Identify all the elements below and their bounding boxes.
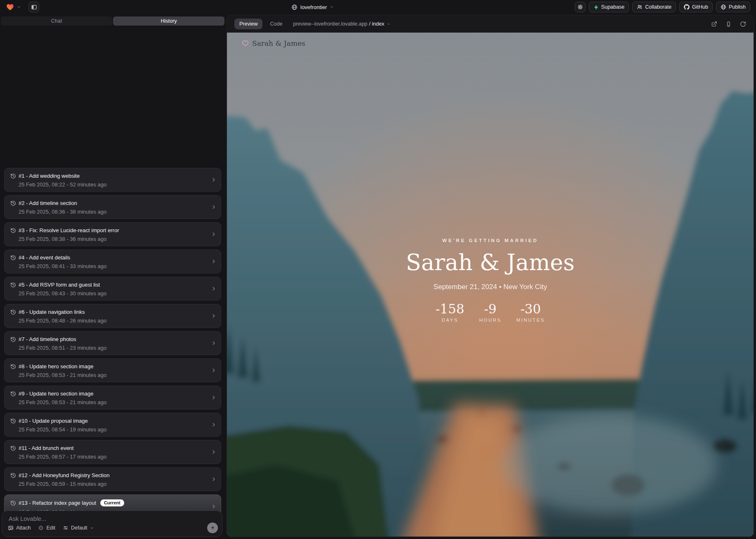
history-item-title: #6 - Update navigation links xyxy=(19,309,85,315)
github-label: GitHub xyxy=(692,4,708,10)
chevron-right-icon xyxy=(211,259,217,264)
history-restore-icon xyxy=(10,364,16,370)
lovable-app: lovefrontier Supabase xyxy=(0,0,756,539)
history-item[interactable]: #5 - Add RSVP form and guest list 25 Feb… xyxy=(4,277,221,301)
refresh-icon[interactable] xyxy=(740,21,746,27)
edit-label: Edit xyxy=(46,525,55,531)
sidebar-tabs: Chat History xyxy=(1,16,224,26)
countdown-label: HOURS xyxy=(479,318,501,322)
chevron-down-icon xyxy=(387,22,390,26)
heart-icon xyxy=(242,40,249,47)
history-restore-icon xyxy=(10,173,16,179)
hero-title: Sarah & James xyxy=(227,249,754,275)
attach-button[interactable]: Attach xyxy=(8,525,31,531)
github-icon xyxy=(684,4,690,10)
history-item[interactable]: #12 - Add Honeyfund Registry Section 25 … xyxy=(4,467,221,491)
history-item[interactable]: #2 - Add timeline section 25 Feb 2025, 0… xyxy=(4,195,221,219)
hero-section: WE'RE GETTING MARRIED Sarah & James Sept… xyxy=(227,238,754,322)
history-restore-icon xyxy=(10,391,16,397)
hero-eyebrow: WE'RE GETTING MARRIED xyxy=(227,238,754,243)
website-preview: Sarah & James WE'RE GETTING MARRIED Sara… xyxy=(227,33,754,537)
countdown-column: -158 DAYS xyxy=(436,303,465,322)
publish-button[interactable]: Publish xyxy=(716,2,750,12)
history-item-title: #8 - Update hero section image xyxy=(19,363,93,370)
history-restore-icon xyxy=(10,255,16,261)
history-list: #1 - Add wedding website 25 Feb 2025, 08… xyxy=(4,168,221,522)
tab-code[interactable]: Code xyxy=(270,21,282,27)
topbar: lovefrontier Supabase xyxy=(0,0,756,14)
countdown-value: -9 xyxy=(479,303,501,315)
publish-globe-icon xyxy=(721,4,726,10)
preview-panel: Preview Code preview--lovefrontier.lovab… xyxy=(227,15,754,537)
history-restore-icon xyxy=(10,445,16,451)
history-restore-icon xyxy=(10,200,16,206)
tab-history[interactable]: History xyxy=(113,16,224,26)
tab-preview[interactable]: Preview xyxy=(234,19,262,29)
history-item[interactable]: #8 - Update hero section image 25 Feb 20… xyxy=(4,358,221,382)
collaborate-label: Collaborate xyxy=(645,4,671,10)
mobile-view-icon[interactable] xyxy=(725,21,732,27)
history-item[interactable]: #1 - Add wedding website 25 Feb 2025, 08… xyxy=(4,168,221,192)
history-item-timestamp: 25 Feb 2025, 08:48 - 26 minutes ago xyxy=(19,318,208,324)
tab-chat[interactable]: Chat xyxy=(1,16,112,26)
chevron-right-icon xyxy=(211,476,217,482)
chevron-down-icon[interactable] xyxy=(17,5,21,9)
edit-button[interactable]: Edit xyxy=(38,525,55,531)
history-item-timestamp: 25 Feb 2025, 08:59 - 15 minutes ago xyxy=(19,481,208,487)
chevron-right-icon xyxy=(211,340,217,346)
history-item-timestamp: 25 Feb 2025, 08:54 - 19 minutes ago xyxy=(19,426,208,433)
history-restore-icon xyxy=(10,309,16,315)
send-button[interactable] xyxy=(207,523,218,533)
sidebar-toggle-button[interactable] xyxy=(28,2,39,12)
history-item[interactable]: #9 - Update hero section image 25 Feb 20… xyxy=(4,386,221,410)
settings-button[interactable] xyxy=(575,2,586,12)
history-restore-icon xyxy=(10,337,16,342)
collaborate-button[interactable]: Collaborate xyxy=(632,2,676,12)
countdown-label: DAYS xyxy=(436,318,465,322)
history-item-timestamp: 25 Feb 2025, 08:53 - 21 minutes ago xyxy=(19,372,208,378)
mode-label: Default xyxy=(71,525,87,531)
chevron-right-icon xyxy=(211,313,217,319)
current-badge: Current xyxy=(100,499,124,506)
history-item-title: #13 - Refactor index page layout xyxy=(19,500,96,506)
supabase-button[interactable]: Supabase xyxy=(589,2,629,12)
countdown: -158 DAYS -9 HOURS -30 MINUTES xyxy=(227,303,754,322)
history-restore-icon xyxy=(10,473,16,478)
history-item-title: #7 - Add timeline photos xyxy=(19,336,76,342)
history-item-timestamp: 25 Feb 2025, 08:57 - 17 minutes ago xyxy=(19,454,208,460)
history-item-title: #1 - Add wedding website xyxy=(19,173,80,179)
history-item-title: #9 - Update hero section image xyxy=(19,391,93,397)
preview-url[interactable]: preview--lovefrontier.lovable.app / inde… xyxy=(293,21,390,27)
history-restore-icon xyxy=(10,282,16,288)
panel-left-icon xyxy=(31,4,37,10)
url-path: / index xyxy=(369,21,384,27)
supabase-icon xyxy=(593,5,599,10)
history-item[interactable]: #6 - Update navigation links 25 Feb 2025… xyxy=(4,304,221,328)
select-element-icon xyxy=(38,525,44,531)
users-icon xyxy=(637,4,643,10)
site-header: Sarah & James xyxy=(227,33,754,54)
history-item[interactable]: #10 - Update proposal image 25 Feb 2025,… xyxy=(4,413,221,437)
open-external-icon[interactable] xyxy=(711,21,717,27)
history-item-title: #11 - Add brunch event xyxy=(19,445,73,451)
lovable-logo-icon[interactable] xyxy=(6,3,14,11)
sliders-icon xyxy=(63,525,69,531)
history-restore-icon xyxy=(10,500,16,506)
history-item-timestamp: 25 Feb 2025, 08:22 - 52 minutes ago xyxy=(19,181,208,188)
history-item-timestamp: 25 Feb 2025, 08:51 - 23 minutes ago xyxy=(19,345,208,351)
site-brand[interactable]: Sarah & James xyxy=(242,39,305,47)
ask-lovable-input[interactable] xyxy=(8,515,154,523)
chevron-right-icon xyxy=(211,422,217,428)
history-item[interactable]: #4 - Add event details 25 Feb 2025, 08:4… xyxy=(4,249,221,273)
history-item-title: #10 - Update proposal image xyxy=(19,418,88,424)
github-button[interactable]: GitHub xyxy=(679,2,713,12)
project-selector[interactable]: lovefrontier xyxy=(291,0,334,14)
history-item[interactable]: #3 - Fix: Resolve Lucide-react import er… xyxy=(4,222,221,246)
chevron-right-icon xyxy=(211,367,217,373)
history-item[interactable]: #7 - Add timeline photos 25 Feb 2025, 08… xyxy=(4,331,221,355)
history-item-timestamp: 25 Feb 2025, 08:41 - 33 minutes ago xyxy=(19,263,208,269)
history-item[interactable]: #11 - Add brunch event 25 Feb 2025, 08:5… xyxy=(4,440,221,464)
chevron-right-icon xyxy=(211,504,217,509)
mode-selector[interactable]: Default xyxy=(63,525,94,531)
url-host: preview--lovefrontier.lovable.app xyxy=(293,21,367,27)
